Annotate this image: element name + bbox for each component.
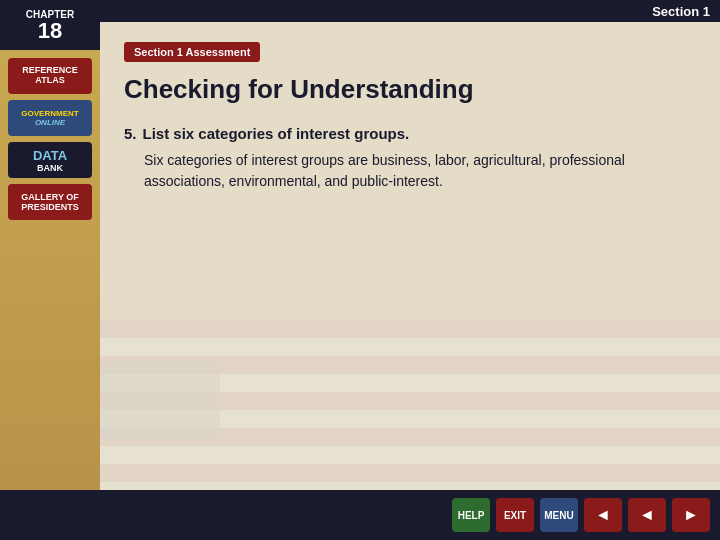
section-badge: Section 1 Assessment (124, 42, 260, 62)
sidebar-db-line2: BANK (37, 163, 63, 173)
answer-text: Six categories of interest groups are bu… (144, 150, 696, 192)
menu-button[interactable]: MENU (540, 498, 578, 532)
sidebar-atlas-line2: Atlas (35, 76, 64, 86)
exit-button[interactable]: EXIT (496, 498, 534, 532)
page-title: Checking for Understanding (124, 74, 696, 105)
chapter-box: Chapter 18 (0, 0, 100, 50)
sidebar-item-gallery[interactable]: Gallery of Presidents (8, 184, 92, 220)
bottom-bar: HELP EXIT MENU ◄ ◄ ► (0, 490, 720, 540)
prev-button[interactable]: ◄ (628, 498, 666, 532)
sidebar-gov-line1: GOVERNMENT (21, 109, 78, 118)
chapter-number: 18 (38, 20, 62, 42)
main-content: Section 1 Assessment Checking for Unders… (100, 22, 720, 490)
help-button[interactable]: HELP (452, 498, 490, 532)
sidebar-gallery-line1: Gallery of (21, 192, 79, 202)
sidebar-gov-line2: Online (35, 118, 65, 127)
sidebar: Reference Atlas GOVERNMENT Online DATA B… (0, 50, 100, 490)
sidebar-item-government[interactable]: GOVERNMENT Online (8, 100, 92, 136)
sidebar-gallery-line2: Presidents (21, 202, 79, 212)
sidebar-item-databank[interactable]: DATA BANK (8, 142, 92, 178)
prev-prev-button[interactable]: ◄ (584, 498, 622, 532)
sidebar-item-atlas[interactable]: Reference Atlas (8, 58, 92, 94)
section-label: Section 1 (652, 4, 710, 19)
next-button[interactable]: ► (672, 498, 710, 532)
sidebar-db-line1: DATA (33, 148, 67, 163)
question-text: List six categories of interest groups. (143, 125, 410, 142)
top-bar: Section 1 (0, 0, 720, 22)
question-number: 5. (124, 125, 137, 142)
question-item-1: 5. List six categories of interest group… (124, 125, 696, 192)
